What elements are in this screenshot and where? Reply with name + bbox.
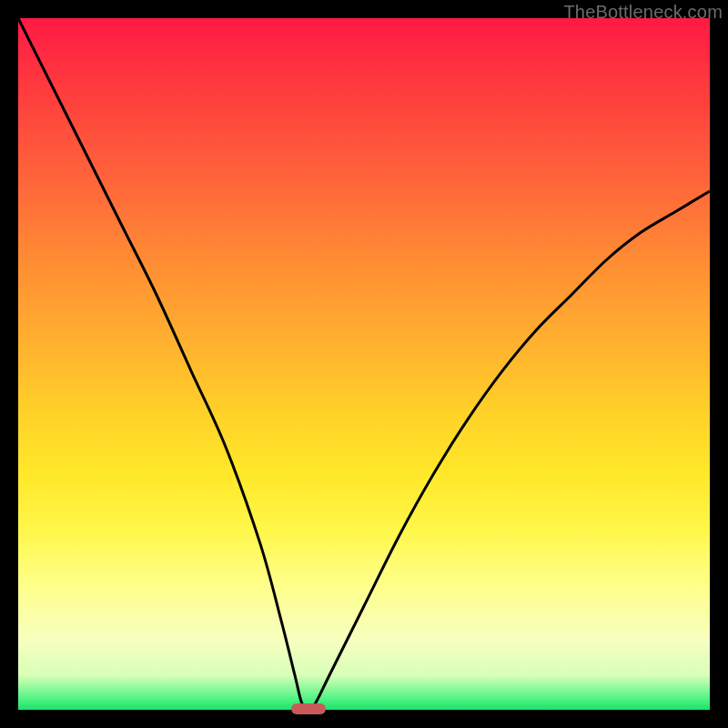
optimal-marker: [291, 703, 326, 714]
chart-frame: TheBottleneck.com: [0, 0, 728, 728]
curve-svg: [18, 18, 710, 710]
watermark-text: TheBottleneck.com: [563, 2, 723, 23]
plot-area: [18, 18, 710, 710]
bottleneck-curve: [18, 18, 710, 710]
